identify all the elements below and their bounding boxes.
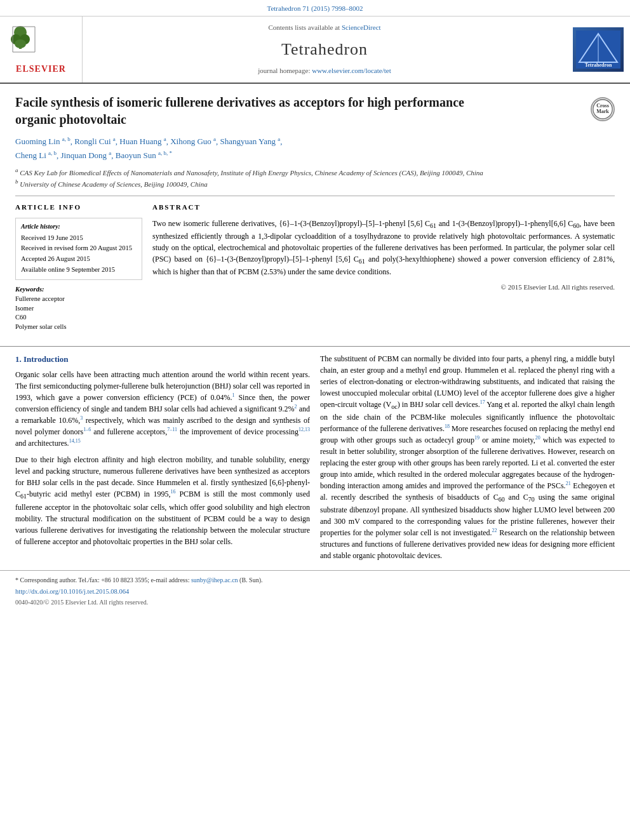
body-left-column: 1. Introduction Organic solar cells have…: [15, 353, 310, 567]
section1-heading: 1. Introduction: [15, 353, 310, 366]
citation-text: Tetrahedron 71 (2015) 7998–8002: [267, 4, 363, 12]
section1-para1: Organic solar cells have been attracting…: [15, 369, 310, 449]
available-date: Available online 9 September 2015: [21, 265, 137, 275]
article-title: Facile synthesis of isomeric fullerene d…: [15, 94, 492, 128]
history-label: Article history:: [21, 222, 137, 231]
section-title: Introduction: [23, 354, 69, 364]
article-info-heading: ARTICLE INFO: [15, 203, 142, 212]
article-history-box: Article history: Received 19 June 2015 R…: [15, 218, 142, 281]
elsevier-name: ELSEVIER: [16, 63, 66, 76]
journal-title: Tetrahedron: [281, 38, 368, 61]
revised-date: Received in revised form 20 August 2015: [21, 244, 137, 253]
journal-homepage: journal homepage: www.elsevier.com/locat…: [258, 66, 391, 76]
keyword-3: C60: [15, 313, 142, 323]
svg-text:Mark: Mark: [596, 109, 609, 114]
corresponding-author-note: * Corresponding author. Tel./fax: +86 10…: [15, 576, 615, 585]
received-date: Received 19 June 2015: [21, 234, 137, 243]
authors-list: Guoming Lin a, b, Rongli Cui a, Huan Hua…: [15, 135, 615, 163]
svg-text:Cross: Cross: [596, 103, 609, 109]
footer: * Corresponding author. Tel./fax: +86 10…: [0, 570, 630, 611]
issn-text: 0040-4020/© 2015 Elsevier Ltd. All right…: [15, 598, 615, 607]
body-right-column: The substituent of PCBM can normally be …: [320, 353, 615, 567]
abstract-text: Two new isomeric fullerene derivatives, …: [152, 218, 615, 278]
keyword-4: Polymer solar cells: [15, 323, 142, 332]
tetrahedron-logo-svg: Tetrahedron: [576, 30, 620, 69]
affiliation-b: b University of Chinese Academy of Scien…: [15, 178, 615, 189]
section-number: 1.: [15, 354, 22, 364]
sciencedirect-label: Contents lists available at ScienceDirec…: [268, 23, 380, 32]
body-content: 1. Introduction Organic solar cells have…: [0, 353, 630, 567]
section1-right-para1: The substituent of PCBM can normally be …: [320, 353, 615, 562]
email-link[interactable]: sunby@ihep.ac.cn: [191, 577, 238, 583]
keywords-section: Keywords: Fullerene acceptor Isomer C60 …: [15, 285, 142, 331]
info-abstract-area: ARTICLE INFO Article history: Received 1…: [15, 203, 615, 332]
journal-citation: Tetrahedron 71 (2015) 7998–8002: [0, 0, 630, 17]
body-divider: [0, 346, 630, 347]
section1-para2: Due to their high electron affinity and …: [15, 454, 310, 547]
article-info-panel: ARTICLE INFO Article history: Received 1…: [15, 203, 142, 332]
svg-text:Tetrahedron: Tetrahedron: [585, 62, 612, 68]
copyright-text: © 2015 Elsevier Ltd. All rights reserved…: [152, 283, 615, 292]
publisher-logo-area: ELSEVIER: [0, 17, 83, 82]
svg-point-4: [15, 39, 26, 48]
tetrahedron-logo: Tetrahedron: [573, 27, 624, 72]
keywords-label: Keywords:: [15, 285, 142, 295]
crossmark-svg: Cross Mark: [592, 97, 613, 121]
info-divider: [15, 196, 615, 196]
article-title-area: Cross Mark Facile synthesis of isomeric …: [0, 84, 630, 340]
journal-name-area: Contents lists available at ScienceDirec…: [83, 17, 566, 82]
abstract-heading: ABSTRACT: [152, 203, 615, 212]
keyword-2: Isomer: [15, 304, 142, 314]
affiliation-a: a CAS Key Lab for Biomedical Effects of …: [15, 166, 615, 178]
affiliations: a CAS Key Lab for Biomedical Effects of …: [15, 166, 615, 189]
crossmark-icon: Cross Mark: [591, 97, 615, 121]
journal-header: ELSEVIER Contents lists available at Sci…: [0, 17, 630, 83]
doi-link[interactable]: http://dx.doi.org/10.1016/j.tet.2015.08.…: [15, 587, 615, 597]
accepted-date: Accepted 26 August 2015: [21, 255, 137, 264]
sciencedirect-link[interactable]: ScienceDirect: [342, 23, 381, 31]
homepage-link[interactable]: www.elsevier.com/locate/tet: [312, 67, 391, 74]
keyword-1: Fullerene acceptor: [15, 295, 142, 304]
tetrahedron-logo-area: Tetrahedron: [566, 17, 630, 82]
abstract-panel: ABSTRACT Two new isomeric fullerene deri…: [152, 203, 615, 332]
crossmark-badge: Cross Mark: [591, 97, 615, 121]
elsevier-logo: [10, 23, 73, 62]
